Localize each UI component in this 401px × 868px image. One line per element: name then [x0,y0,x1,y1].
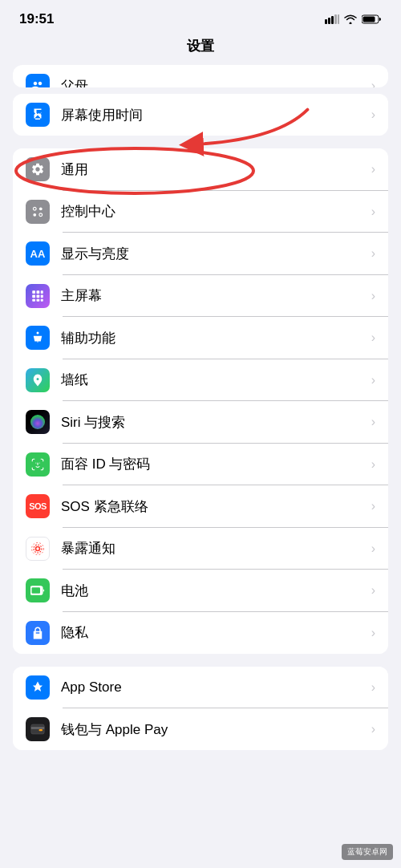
sos-item[interactable]: SOS SOS 紧急联络 › [13,485,388,527]
svg-rect-6 [363,17,375,22]
svg-rect-3 [334,14,337,24]
svg-rect-18 [37,298,40,301]
wallet-icon [26,717,50,741]
general-label: 通用 [61,160,365,179]
svg-point-20 [37,332,39,335]
status-time: 19:51 [19,11,54,27]
svg-rect-1 [328,18,330,24]
general-icon [26,157,50,181]
siri-item[interactable]: Siri 与搜索 › [13,401,388,443]
wallpaper-icon [26,368,50,392]
app-store-chevron: › [371,680,375,695]
app-store-item[interactable]: App Store › [13,667,388,708]
wallpaper-chevron: › [371,373,375,387]
battery-chevron: › [371,583,375,598]
wifi-icon [344,14,357,24]
face-id-item[interactable]: 面容 ID 与密码 › [13,444,388,485]
wallet-chevron: › [371,722,375,736]
svg-rect-16 [41,294,43,298]
face-id-chevron: › [371,457,375,472]
apps-group: App Store › 钱包与 Apple Pay › [13,667,388,751]
exposure-chevron: › [371,541,375,556]
home-screen-item[interactable]: 主屏幕 › [13,275,388,317]
wallet-label: 钱包与 Apple Pay [61,720,365,739]
svg-rect-0 [325,19,327,24]
display-icon: AA [26,241,50,266]
svg-point-23 [34,545,42,553]
app-store-icon [26,675,50,700]
svg-point-8 [39,207,43,210]
privacy-icon [26,621,50,645]
svg-rect-15 [37,294,40,298]
screen-time-group: 屏幕使用时间 › [13,94,388,136]
battery-status-icon [362,14,382,24]
svg-rect-30 [39,729,43,731]
general-chevron: › [371,162,375,176]
privacy-item[interactable]: 隐私 › [13,612,388,654]
svg-rect-29 [31,727,45,729]
general-group: 通用 › 控制中心 › AA 显示与亮度 › [13,148,388,654]
accessibility-chevron: › [371,331,375,345]
wallpaper-item[interactable]: 墙纸 › [13,359,388,401]
control-center-icon [26,200,50,224]
general-item[interactable]: 通用 › [13,148,388,190]
screen-time-chevron: › [371,107,375,122]
app-store-label: App Store [61,679,365,696]
nav-title: 设置 [0,34,401,65]
sos-icon: SOS [26,494,50,518]
svg-rect-19 [41,298,43,301]
control-center-label: 控制中心 [61,202,365,221]
display-chevron: › [371,246,375,261]
sos-chevron: › [371,499,375,513]
siri-chevron: › [371,415,375,429]
svg-rect-11 [32,290,35,294]
screen-time-label: 屏幕使用时间 [61,106,365,124]
svg-point-22 [36,546,40,550]
control-center-item[interactable]: 控制中心 › [13,191,388,233]
siri-label: Siri 与搜索 [61,413,365,432]
signal-icon [325,14,339,24]
privacy-chevron: › [371,626,375,640]
home-screen-icon [26,284,50,308]
wallpaper-label: 墙纸 [61,371,365,389]
svg-rect-26 [32,587,41,594]
svg-point-7 [33,207,36,210]
svg-point-9 [33,213,36,216]
exposure-icon [26,537,50,561]
svg-point-10 [39,213,43,216]
battery-item[interactable]: 电池 › [13,570,388,611]
parent-control-icon [26,74,50,87]
partial-item-chevron: › [371,79,375,87]
screen-time-icon [26,103,50,127]
svg-rect-14 [32,294,35,298]
screen-time-item[interactable]: 屏幕使用时间 › [13,94,388,136]
display-label: 显示与亮度 [61,245,365,263]
display-item[interactable]: AA 显示与亮度 › [13,233,388,274]
watermark: 蓝莓安卓网 [342,844,393,860]
accessibility-item[interactable]: 辅助功能 › [13,317,388,359]
accessibility-icon [26,326,50,350]
accessibility-label: 辅助功能 [61,329,365,347]
face-id-label: 面容 ID 与密码 [61,455,365,473]
partial-item[interactable]: 父母 › [13,65,388,87]
battery-label: 电池 [61,582,365,600]
status-bar: 19:51 [0,0,401,34]
face-id-icon [26,452,50,477]
partial-item-label: 父母 [61,77,365,88]
exposure-item[interactable]: 暴露通知 › [13,528,388,570]
annotated-group-wrapper: 通用 › 控制中心 › AA 显示与亮度 › [13,148,388,654]
control-center-chevron: › [371,205,375,219]
battery-item-icon [26,578,50,602]
svg-rect-17 [32,298,35,301]
svg-rect-12 [37,290,40,294]
home-screen-label: 主屏幕 [61,286,365,305]
sos-label: SOS 紧急联络 [61,497,365,516]
wallet-item[interactable]: 钱包与 Apple Pay › [13,708,388,750]
home-screen-chevron: › [371,289,375,303]
exposure-label: 暴露通知 [61,539,365,558]
svg-rect-2 [331,16,334,24]
privacy-label: 隐私 [61,623,365,642]
siri-icon [26,410,50,434]
partial-item-group: 父母 › [13,65,388,87]
status-icons [325,14,382,24]
